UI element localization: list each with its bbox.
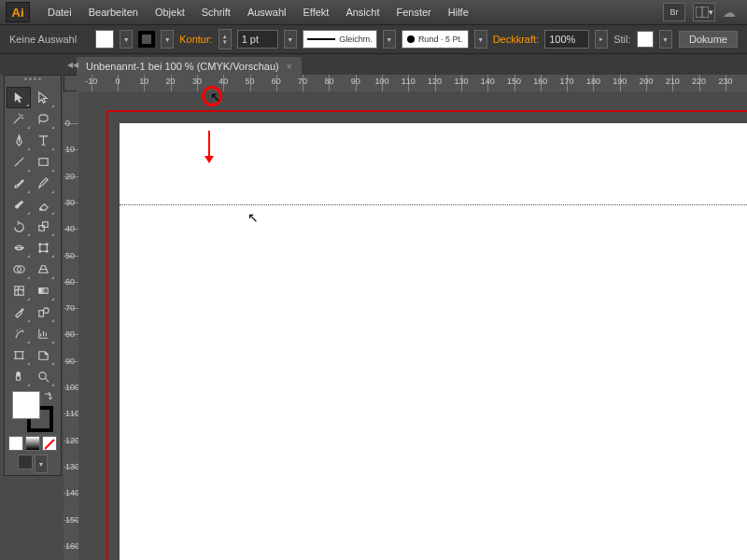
opacity-dropdown[interactable]: ▸ — [595, 30, 608, 49]
brush-definition[interactable]: Rund · 5 Pt. — [402, 30, 469, 49]
ruler-tick-label: 160 — [533, 77, 547, 86]
tool-hand[interactable] — [7, 366, 31, 387]
menu-hilfe[interactable]: Hilfe — [440, 0, 477, 24]
tool-selection[interactable] — [7, 87, 31, 108]
arrange-docs-button[interactable]: ▾ — [693, 3, 715, 21]
menu-objekt[interactable]: Objekt — [147, 0, 193, 24]
svg-point-8 — [38, 250, 40, 252]
ruler-tick-label: 30 — [192, 77, 202, 86]
screen-mode-normal[interactable] — [18, 455, 33, 469]
document-tab-title: Unbenannt-1 bei 100 % (CMYK/Vorschau) — [86, 61, 279, 72]
tool-rotate[interactable] — [7, 216, 31, 237]
menu-bearbeiten[interactable]: Bearbeiten — [80, 0, 147, 24]
menu-fenster[interactable]: Fenster — [388, 0, 439, 24]
style-label: Stil: — [613, 34, 630, 45]
ruler-tick-label: 70 — [298, 77, 307, 86]
canvas-viewport[interactable] — [78, 91, 747, 560]
cloud-sync-icon[interactable]: ☁ — [723, 5, 736, 20]
tool-rectangle[interactable] — [31, 151, 55, 173]
tool-direct-selection[interactable] — [31, 87, 55, 108]
document-tabbar: Unbenannt-1 bei 100 % (CMYK/Vorschau) × — [0, 54, 747, 75]
tool-gradient[interactable] — [31, 280, 55, 301]
tool-shape-builder[interactable] — [7, 259, 31, 280]
menu-effekt[interactable]: Effekt — [294, 0, 337, 24]
close-tab-icon[interactable]: × — [287, 62, 292, 72]
ruler-tick-label: 210 — [666, 77, 680, 86]
bridge-button[interactable]: Br — [663, 3, 685, 21]
style-swatch[interactable] — [637, 31, 654, 48]
tool-graph[interactable] — [31, 323, 55, 344]
tool-zoom[interactable] — [31, 366, 55, 387]
ruler-tick-label: 60 — [272, 77, 281, 86]
swap-fill-stroke-icon[interactable] — [44, 391, 53, 400]
tool-artboard[interactable] — [7, 344, 31, 366]
fill-color-box[interactable] — [12, 391, 40, 419]
fill-stroke-control[interactable] — [12, 391, 53, 432]
tool-slice[interactable] — [31, 344, 55, 366]
ruler-tick-label: 100 — [65, 383, 79, 392]
kontur-label[interactable]: Kontur: — [179, 34, 212, 45]
panel-grip[interactable] — [7, 77, 59, 85]
stroke-weight-field[interactable]: 1 pt — [237, 30, 278, 49]
color-mode-none[interactable] — [42, 436, 57, 451]
tools-panel: ▼ — [4, 75, 62, 476]
style-dropdown[interactable]: ▼ — [659, 30, 672, 49]
ruler-tick-label: 50 — [245, 77, 254, 86]
ruler-tick-label: 180 — [586, 77, 600, 86]
tool-width[interactable] — [7, 237, 31, 259]
collapse-tab-arrow[interactable]: ◀◀ — [68, 54, 78, 75]
svg-point-9 — [46, 250, 48, 252]
tool-lasso[interactable] — [31, 108, 55, 130]
tool-pen[interactable] — [7, 130, 31, 151]
stroke-weight-stepper[interactable]: ▲▼ — [218, 29, 232, 49]
ruler-tick-label: 100 — [374, 77, 388, 86]
stroke-swatch[interactable] — [138, 31, 155, 48]
ruler-vertical[interactable]: 0102030405060708090100110120130140150160… — [63, 91, 79, 560]
ruler-tick-label: 220 — [692, 77, 706, 86]
tool-blob-brush[interactable] — [7, 194, 31, 216]
selection-status: Keine Auswahl — [9, 34, 77, 45]
stroke-dropdown[interactable]: ▼ — [161, 30, 174, 49]
tool-scale[interactable] — [31, 216, 55, 237]
tool-blend[interactable] — [31, 301, 55, 323]
color-mode-gradient[interactable] — [25, 436, 40, 451]
color-mode-fill[interactable] — [8, 436, 23, 451]
document-setup-button[interactable]: Dokume — [679, 31, 738, 48]
tool-perspective[interactable] — [31, 259, 55, 280]
svg-rect-4 — [42, 222, 48, 228]
tool-pencil[interactable] — [31, 173, 55, 194]
tool-eyedropper[interactable] — [7, 301, 31, 323]
horizontal-guide[interactable] — [120, 204, 747, 205]
menu-auswahl[interactable]: Auswahl — [239, 0, 295, 24]
tool-free-transform[interactable] — [31, 237, 55, 259]
ruler-tick-label: 120 — [65, 436, 79, 445]
tool-magic-wand[interactable] — [7, 108, 31, 130]
opacity-field[interactable]: 100% — [544, 30, 589, 49]
brush-dropdown[interactable]: ▼ — [474, 30, 487, 49]
stroke-profile-dropdown[interactable]: ▼ — [383, 30, 396, 49]
artboard[interactable] — [120, 123, 747, 560]
ruler-tick-label: 0 — [115, 77, 120, 86]
ruler-tick-label: 200 — [639, 77, 653, 86]
app-logo-ai[interactable]: Ai — [6, 2, 30, 22]
document-tab[interactable]: Unbenannt-1 bei 100 % (CMYK/Vorschau) × — [77, 57, 302, 75]
menu-schrift[interactable]: Schrift — [193, 0, 239, 24]
tool-line[interactable] — [7, 151, 31, 173]
ruler-tick-label: 130 — [65, 462, 79, 471]
fill-dropdown[interactable]: ▼ — [120, 30, 133, 49]
tool-mesh[interactable] — [7, 280, 31, 301]
stroke-profile[interactable]: Gleichm. — [303, 30, 377, 49]
screen-mode-dropdown[interactable]: ▼ — [35, 455, 48, 473]
tool-symbol-sprayer[interactable] — [7, 323, 31, 344]
stroke-weight-dropdown[interactable]: ▼ — [284, 30, 297, 49]
fill-swatch[interactable] — [95, 30, 114, 49]
tool-type[interactable] — [31, 130, 55, 151]
tool-eraser[interactable] — [31, 194, 55, 216]
menu-datei[interactable]: Datei — [39, 0, 80, 24]
ruler-tick-label: 40 — [218, 77, 228, 86]
ruler-tick-label: 50 — [65, 251, 75, 260]
menu-ansicht[interactable]: Ansicht — [337, 0, 388, 24]
ruler-horizontal[interactable]: -100102030405060708090100110120130140150… — [77, 75, 747, 92]
opacity-label[interactable]: Deckkraft: — [493, 34, 540, 45]
tool-paintbrush[interactable] — [7, 173, 31, 194]
